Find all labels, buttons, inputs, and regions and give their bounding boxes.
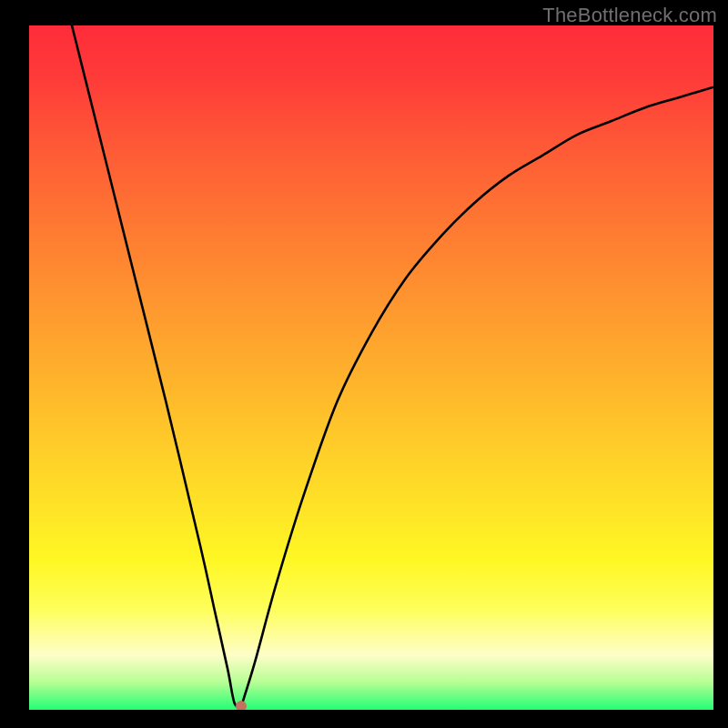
chart-plot-area (29, 25, 713, 710)
bottleneck-curve (29, 25, 713, 710)
watermark-text: TheBottleneck.com (542, 4, 717, 27)
optimal-point-marker (236, 701, 247, 710)
